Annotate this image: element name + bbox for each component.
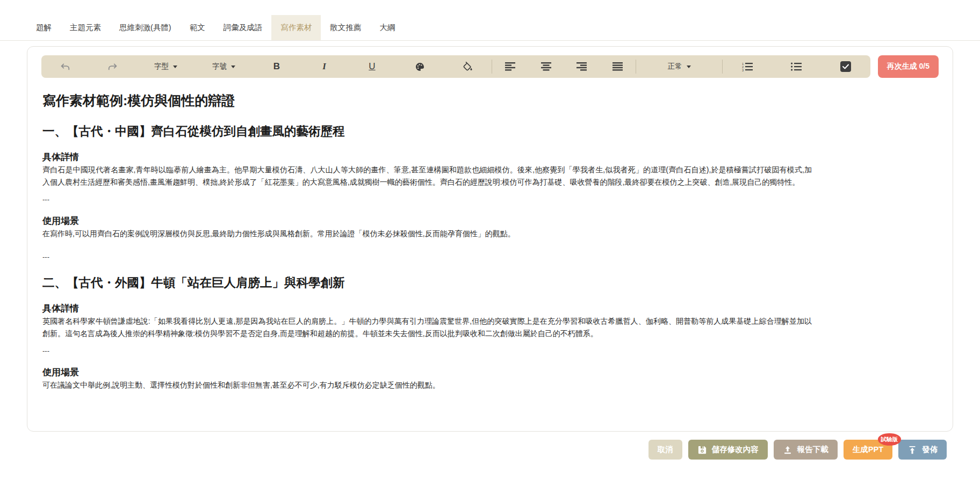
align-justify-button[interactable] <box>611 59 624 75</box>
detail-paragraph: 齊白石是中國現代著名畫家,青年時以臨摹前人繪畫為主。他早期大量模仿石濤、八大山人… <box>42 164 812 188</box>
tab-topic-analysis[interactable]: 題解 <box>27 15 61 40</box>
background-color-button[interactable] <box>461 59 474 75</box>
font-family-label: 字型 <box>154 62 169 71</box>
block-style-label: 正常 <box>668 62 682 71</box>
toolbar-align-group <box>492 55 636 78</box>
redo-button[interactable] <box>106 59 119 75</box>
undo-button[interactable] <box>59 59 71 75</box>
block-style-dropdown[interactable]: 正常 <box>668 62 691 71</box>
separator-text: --- <box>42 195 812 203</box>
align-right-icon <box>577 62 587 71</box>
report-download-label: 報告下載 <box>797 445 828 455</box>
regenerate-button[interactable]: 再次生成 0/5 <box>878 55 939 78</box>
align-right-button[interactable] <box>575 59 588 75</box>
tab-model-essay[interactable]: 範文 <box>181 15 214 40</box>
chevron-down-icon <box>231 65 235 68</box>
rich-text-toolbar: 字型 字號 B I U <box>41 55 870 78</box>
detail-subheading: 具体詳情 <box>42 302 812 315</box>
section-heading: 二、【古代・外國】牛頓「站在巨人肩膀上」與科學創新 <box>42 274 812 291</box>
generate-ppt-label: 生成PPT <box>853 445 883 455</box>
ordered-list-button[interactable]: 123 <box>741 59 754 75</box>
generate-ppt-button[interactable]: 生成PPT 試驗版 <box>844 440 892 460</box>
save-label: 儲存修改內容 <box>712 445 759 455</box>
bullet-list-icon <box>791 62 802 71</box>
report-download-button[interactable]: 報告下載 <box>774 440 838 460</box>
usage-subheading: 使用場景 <box>42 215 812 227</box>
text-color-button[interactable] <box>413 59 426 75</box>
bold-button[interactable]: B <box>270 59 283 75</box>
save-button[interactable]: 儲存修改內容 <box>688 440 768 460</box>
section-heading: 一、【古代・中國】齊白石從模仿到自創畫風的藝術歷程 <box>42 123 812 140</box>
font-size-label: 字號 <box>212 62 227 71</box>
publish-upload-icon <box>907 445 917 455</box>
chevron-down-icon <box>687 65 691 68</box>
italic-button[interactable]: I <box>318 59 331 75</box>
usage-subheading: 使用場景 <box>42 366 812 378</box>
align-center-button[interactable] <box>539 59 552 75</box>
detail-subheading: 具体詳情 <box>42 151 812 163</box>
trial-version-badge: 試驗版 <box>878 433 902 446</box>
usage-paragraph: 在寫作時,可以用齊白石的案例說明深層模仿與反思,最終助力個性形成與風格創新。常用… <box>42 228 812 240</box>
detail-paragraph: 英國著名科學家牛頓曾謙虛地說:「如果我看得比別人更遠,那是因為我站在巨人的肩膀上… <box>42 315 812 340</box>
toolbar-format-group: 字型 字號 B I U <box>41 55 492 78</box>
align-left-button[interactable] <box>503 59 516 75</box>
ordered-list-icon: 123 <box>742 62 753 71</box>
checkbox-icon <box>840 61 851 72</box>
undo-icon <box>60 62 70 71</box>
footer-actions: 取消 儲存修改內容 報告下載 生成PPT 試驗版 發佈 <box>0 440 947 460</box>
usage-paragraph: 可在議論文中舉此例,說明主動、選擇性模仿對於個性和創新非但無害,甚至必不可少,有… <box>42 379 812 391</box>
toolbar-style-group: 正常 <box>636 55 722 78</box>
font-family-dropdown[interactable]: 字型 <box>154 62 177 71</box>
align-justify-icon <box>612 62 623 71</box>
underline-button[interactable]: U <box>365 59 378 75</box>
document-title: 寫作素材範例:模仿與個性的辯證 <box>42 92 812 110</box>
redo-icon <box>107 62 118 71</box>
align-center-icon <box>541 62 551 71</box>
chevron-down-icon <box>173 65 177 68</box>
tab-outline[interactable]: 大綱 <box>370 15 404 40</box>
editor-content[interactable]: 寫作素材範例:模仿與個性的辯證 一、【古代・中國】齊白石從模仿到自創畫風的藝術歷… <box>41 78 812 391</box>
separator-text: --- <box>42 347 812 355</box>
floppy-disk-icon <box>697 445 707 455</box>
fill-bucket-icon <box>462 61 473 72</box>
align-left-icon <box>505 62 515 71</box>
tab-thinking-stimuli[interactable]: 思維刺激(具體) <box>110 15 181 40</box>
svg-text:3: 3 <box>742 68 744 71</box>
tab-vocabulary[interactable]: 詞彙及成語 <box>214 15 272 40</box>
publish-button[interactable]: 發佈 <box>898 440 947 460</box>
publish-label: 發佈 <box>922 445 938 455</box>
tab-writing-material[interactable]: 寫作素材 <box>271 15 321 40</box>
toolbar-list-group: 123 <box>723 55 870 78</box>
tab-bar: 題解 主題元素 思維刺激(具體) 範文 詞彙及成語 寫作素材 散文推薦 大綱 <box>0 15 980 41</box>
editor-card: 字型 字號 B I U <box>27 46 953 432</box>
cancel-button[interactable]: 取消 <box>648 440 682 460</box>
separator-text: --- <box>42 253 812 261</box>
font-size-dropdown[interactable]: 字號 <box>212 62 235 71</box>
checklist-button[interactable] <box>839 59 852 75</box>
tab-prose-recommend[interactable]: 散文推薦 <box>321 15 370 40</box>
bullet-list-button[interactable] <box>790 59 803 75</box>
toolbar-row: 字型 字號 B I U <box>41 55 939 78</box>
tab-theme-elements[interactable]: 主題元素 <box>61 15 110 40</box>
upload-tray-icon <box>783 445 792 455</box>
palette-icon <box>415 62 425 72</box>
